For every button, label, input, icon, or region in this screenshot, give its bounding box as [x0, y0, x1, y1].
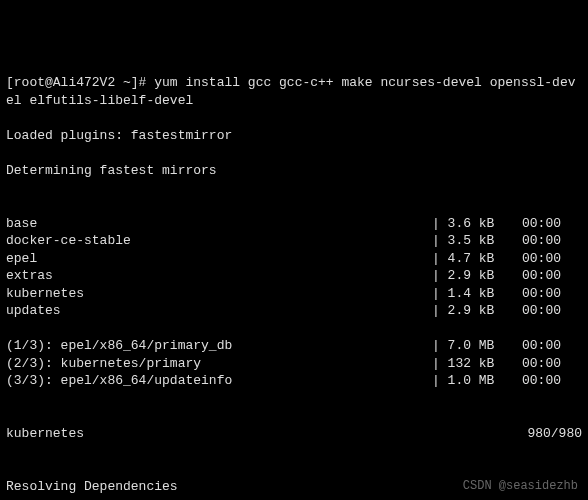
- loaded-plugins-line: Loaded plugins: fastestmirror: [6, 127, 582, 145]
- repo-row: docker-ce-stable| 3.5 kB00:00: [6, 232, 582, 250]
- download-row-size: | 1.0 MB: [432, 372, 522, 390]
- repo-row-time: 00:00: [522, 302, 582, 320]
- repo-row-size: | 2.9 kB: [432, 302, 522, 320]
- download-row-time: 00:00: [522, 372, 582, 390]
- download-row: (1/3): epel/x86_64/primary_db| 7.0 MB00:…: [6, 337, 582, 355]
- repo-row-name: updates: [6, 302, 432, 320]
- repo-row-time: 00:00: [522, 285, 582, 303]
- repo-row-name: extras: [6, 267, 432, 285]
- repo-row-time: 00:00: [522, 267, 582, 285]
- download-row-size: | 132 kB: [432, 355, 522, 373]
- download-row-size: | 7.0 MB: [432, 337, 522, 355]
- repo-row-name: kubernetes: [6, 285, 432, 303]
- kubernetes-count-row: kubernetes 980/980: [6, 425, 582, 443]
- repo-row-time: 00:00: [522, 215, 582, 233]
- download-row-name: (3/3): epel/x86_64/updateinfo: [6, 372, 432, 390]
- kubernetes-count-name: kubernetes: [6, 425, 492, 443]
- repo-row: base| 3.6 kB00:00: [6, 215, 582, 233]
- repo-row-name: base: [6, 215, 432, 233]
- determining-mirrors-line: Determining fastest mirrors: [6, 162, 582, 180]
- repo-row-name: docker-ce-stable: [6, 232, 432, 250]
- repo-row-size: | 1.4 kB: [432, 285, 522, 303]
- repo-row-size: | 3.6 kB: [432, 215, 522, 233]
- repo-row-size: | 3.5 kB: [432, 232, 522, 250]
- download-row-time: 00:00: [522, 355, 582, 373]
- download-row-name: (1/3): epel/x86_64/primary_db: [6, 337, 432, 355]
- download-row-time: 00:00: [522, 337, 582, 355]
- repo-row: kubernetes| 1.4 kB00:00: [6, 285, 582, 303]
- download-row: (3/3): epel/x86_64/updateinfo| 1.0 MB00:…: [6, 372, 582, 390]
- download-row: (2/3): kubernetes/primary| 132 kB00:00: [6, 355, 582, 373]
- repo-row: updates| 2.9 kB00:00: [6, 302, 582, 320]
- resolving-deps-line: Resolving Dependencies: [6, 478, 582, 496]
- repo-row: epel| 4.7 kB00:00: [6, 250, 582, 268]
- download-row-name: (2/3): kubernetes/primary: [6, 355, 432, 373]
- kubernetes-count-value: 980/980: [492, 425, 582, 443]
- repo-row-name: epel: [6, 250, 432, 268]
- repo-row: extras| 2.9 kB00:00: [6, 267, 582, 285]
- shell-prompt-line: [root@Ali472V2 ~]# yum install gcc gcc-c…: [6, 74, 582, 109]
- repo-row-time: 00:00: [522, 232, 582, 250]
- repo-row-size: | 2.9 kB: [432, 267, 522, 285]
- repo-row-size: | 4.7 kB: [432, 250, 522, 268]
- repo-row-time: 00:00: [522, 250, 582, 268]
